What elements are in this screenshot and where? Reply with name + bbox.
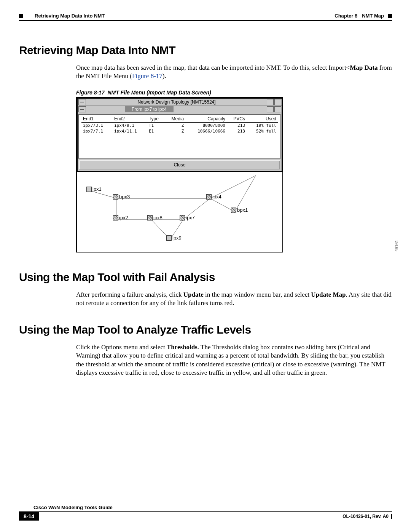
node-ipx1: ipx1 [86,186,102,192]
cell: 10666/10666 [185,128,227,134]
cell: 8000/8000 [185,123,227,129]
s2-a: After performing a failure analysis, cli… [76,291,183,298]
window-title: Network Design Topology [NMT15524] [87,99,266,105]
figure-side-number: 49161 [394,240,399,252]
section1-body: Once map data has been saved in the map,… [76,64,392,80]
footer-bar-icon [391,514,392,519]
header-chapter-label: Chapter 8 [335,13,357,19]
col-capacity: Capacity [185,115,227,123]
header-rule [19,20,392,21]
section2-body: After performing a failure analysis, cli… [76,291,392,307]
header-square-left [19,14,23,18]
window-menu-icon[interactable] [78,99,86,105]
heading-retrieving: Retrieving Map Data Into NMT [19,44,392,57]
window-maximize-icon[interactable] [274,99,281,105]
sub-menu-icon[interactable] [78,106,86,112]
cell: 213 [227,128,247,134]
s3-a: Click the Options menu and select [76,343,167,351]
col-pvcs: PVCs [227,115,247,123]
footer-guide: Cisco WAN Modeling Tools Guide [33,505,392,510]
cell: T1 [147,123,165,129]
cell: Z [165,128,186,134]
figure-ref-link[interactable]: Figure 8-17 [132,72,162,80]
sub-box-a[interactable] [267,106,274,112]
node-ipx2: ipx2 [113,215,128,220]
topology-canvas: ipx1 bpx3 ipx4 bpx1 ipx2 ipx8 ipx7 ipx9 [77,172,282,252]
sub-box-b[interactable] [274,106,281,112]
s3-b1: Thresholds [167,343,198,351]
footer-doc-id: OL-10426-01, Rev. A0 [342,514,389,519]
s1-text-c: ). [162,72,166,80]
node-bpx1: bpx1 [231,207,248,213]
node-ipx4: ipx4 [206,194,221,200]
header-square-right [388,14,392,18]
figure-screenshot: Network Design Topology [NMT15524] From … [76,97,283,252]
cell: ipx4/11.1 [113,128,147,134]
close-button[interactable]: Close [79,160,280,169]
sub-title: From ipx7 to ipx4 [125,106,174,112]
cell: ipx7/3.1 [81,123,113,129]
s2-c: in the map window menu bar, and select [204,291,311,298]
page-footer: Cisco WAN Modeling Tools Guide 8-14 OL-1… [19,505,392,521]
s2-b1: Update [183,291,204,298]
header-chapter-title: NMT Map [362,13,384,19]
figure-caption-text: NMT File Menu (Import Map Data Screen) [107,89,211,96]
node-ipx9: ipx9 [166,235,182,241]
heading-traffic-levels: Using the Map Tool to Analyze Traffic Le… [19,323,392,336]
footer-page-number: 8-14 [19,512,39,521]
dialog-subheader: From ipx7 to ipx4 [78,106,282,113]
table-panel: End1 End2 Type Media Capacity PVCs Used … [78,114,281,159]
cell: ipx4/9.1 [113,123,147,129]
node-ipx7: ipx7 [180,215,195,220]
table-row[interactable]: ipx7/3.1 ipx4/9.1 T1 Z 8000/8000 213 19%… [81,123,278,129]
col-type: Type [147,115,165,123]
dialog-titlebar[interactable]: Network Design Topology [NMT15524] [78,99,282,106]
cell: ipx7/7.1 [81,128,113,134]
cell: Z [165,123,186,129]
cell: E1 [147,128,165,134]
s1-text-a: Once map data has been saved in the map,… [76,64,350,71]
section3-body: Click the Options menu and select Thresh… [76,343,392,377]
col-media: Media [165,115,186,123]
dialog-window: Network Design Topology [NMT15524] From … [77,98,282,172]
cell: 19% full [247,123,278,129]
window-minimize-icon[interactable] [267,99,274,105]
header-section: Retrieving Map Data Into NMT [35,13,105,19]
s2-b2: Update Map [311,291,346,298]
s1-bold: Map Data [350,64,378,71]
cell: 213 [227,123,247,129]
node-ipx8: ipx8 [147,215,162,220]
table-row[interactable]: ipx7/7.1 ipx4/11.1 E1 Z 10666/10666 213 … [81,128,278,134]
heading-fail-analysis: Using the Map Tool with Fail Analysis [19,271,392,284]
links-table: End1 End2 Type Media Capacity PVCs Used … [81,115,278,134]
col-used: Used [247,115,278,123]
col-end1: End1 [81,115,113,123]
cell: 52% full [247,128,278,134]
figure-number: Figure 8-17 [76,89,105,96]
col-end2: End2 [113,115,147,123]
node-bpx3: bpx3 [113,194,130,200]
